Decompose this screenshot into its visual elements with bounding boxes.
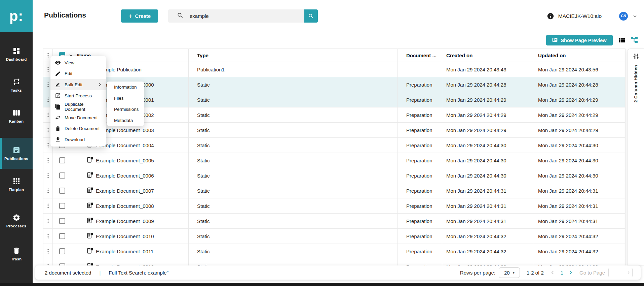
table-row[interactable]: Example PublicationPublication1Mon Jan 2… — [43, 62, 625, 77]
rows-per-page-select[interactable]: 20 ▾ — [499, 267, 520, 278]
table-row[interactable]: Example Document_0005StaticPreparationMo… — [43, 153, 625, 168]
row-created: Mon Jan 29 2024 20:44:31 — [442, 214, 534, 228]
row-status: Preparation — [398, 153, 442, 168]
row-kebab-icon[interactable] — [43, 259, 53, 265]
table-row[interactable]: Example Document_0012StaticPreparationMo… — [43, 259, 625, 265]
document-icon — [86, 247, 93, 255]
document-icon — [86, 171, 93, 180]
row-checkbox[interactable] — [59, 218, 65, 224]
row-kebab-icon[interactable] — [43, 153, 53, 168]
tune-icon[interactable] — [633, 53, 639, 60]
goto-page-arrow-icon[interactable] — [626, 270, 631, 275]
row-kebab-icon[interactable] — [43, 198, 53, 213]
next-page-chevron-icon[interactable] — [567, 269, 574, 276]
row-kebab-icon[interactable] — [43, 214, 53, 228]
submenu-item-permissions[interactable]: Permissions — [107, 104, 144, 115]
search-submit-button[interactable] — [304, 9, 318, 23]
table-row[interactable]: Example Document_0011StaticPreparationMo… — [43, 244, 625, 259]
menu-item-download[interactable]: Download — [50, 134, 106, 145]
menu-item-duplicate-document[interactable]: Duplicate Document — [50, 101, 106, 112]
sidebar-item-label: Tasks — [11, 88, 22, 92]
row-created: Mon Jan 29 2024 20:44:30 — [442, 138, 534, 153]
documents-table: Name Type Document ... Created on Update… — [43, 49, 626, 265]
table-row[interactable]: Example Document_0006StaticPreparationMo… — [43, 168, 625, 183]
prev-page-chevron-icon[interactable] — [549, 269, 556, 276]
search-input[interactable] — [190, 13, 291, 19]
row-status: Preparation — [398, 168, 442, 183]
row-updated: Mon Jan 29 2024 20:44:29 — [534, 107, 626, 122]
sidebar-item-dashboard[interactable]: Dashboard — [0, 38, 33, 69]
row-kebab-icon — [45, 66, 51, 72]
row-checkbox[interactable] — [59, 203, 65, 209]
row-checkbox[interactable] — [59, 188, 65, 194]
row-created: Mon Jan 29 2024 20:44:30 — [442, 168, 534, 183]
row-status: Preparation — [398, 259, 442, 265]
row-updated: Mon Jan 29 2024 20:44:31 — [534, 198, 626, 213]
menu-item-start-process[interactable]: Start Process — [50, 90, 106, 101]
menu-item-edit[interactable]: Edit — [50, 68, 106, 80]
current-page-number[interactable]: 1 — [561, 270, 563, 276]
row-name: Example Document_0005 — [96, 158, 154, 163]
tree-view-icon[interactable] — [630, 36, 638, 44]
row-status: Preparation — [398, 138, 442, 153]
edit-icon — [55, 71, 61, 77]
menu-item-view[interactable]: View — [50, 57, 106, 68]
row-name-cell: Example Document_0005 — [74, 153, 189, 168]
goto-page-field — [608, 268, 633, 277]
footer-bar: 2 document selected | Full Text Search: … — [35, 265, 641, 280]
table-row[interactable]: Example Document_0010StaticPreparationMo… — [43, 229, 625, 244]
sidebar-item-flatplan[interactable]: Flatplan — [0, 169, 33, 200]
submenu-item-information[interactable]: Information — [107, 82, 144, 93]
create-button[interactable]: + Create — [121, 9, 158, 23]
sidebar-item-publications[interactable]: Publications — [0, 138, 33, 169]
list-view-icon[interactable] — [618, 36, 626, 44]
row-select-cell — [53, 244, 74, 259]
row-checkbox[interactable] — [59, 248, 65, 254]
bottom-strip — [0, 283, 644, 286]
preview-button-label: Show Page Preview — [561, 38, 606, 43]
table-row[interactable]: Example Document_0008StaticPreparationMo… — [43, 198, 625, 214]
avatar[interactable]: GN — [619, 12, 628, 21]
row-select-cell — [53, 229, 74, 244]
row-checkbox[interactable] — [59, 157, 65, 163]
info-icon[interactable] — [547, 12, 554, 20]
search-icon — [177, 12, 184, 19]
sidebar: p: DashboardTasksKanbanPublicationsFlatp… — [0, 0, 33, 286]
row-kebab-icon[interactable] — [43, 183, 53, 198]
row-kebab-icon[interactable] — [43, 168, 53, 183]
row-type: Static — [189, 92, 398, 107]
submenu-item-files[interactable]: Files — [107, 93, 144, 104]
menu-item-delete-document[interactable]: Delete Document — [50, 123, 106, 134]
row-kebab-icon[interactable] — [43, 244, 53, 259]
menu-item-move-document[interactable]: Move Document — [50, 112, 106, 123]
sidebar-item-kanban[interactable]: Kanban — [0, 100, 33, 131]
sidebar-item-trash[interactable]: Trash — [0, 238, 33, 269]
list-view-icon — [618, 36, 626, 44]
row-select-cell — [53, 168, 74, 183]
sidebar-item-processes[interactable]: Processes — [0, 205, 33, 236]
table-row[interactable]: Example Document_0004StaticPreparationMo… — [43, 138, 625, 153]
table-row[interactable]: Example Document_0007StaticPreparationMo… — [43, 183, 625, 198]
menu-item-bulk-edit[interactable]: Bulk Edit — [50, 79, 106, 90]
row-checkbox[interactable] — [59, 233, 65, 239]
document-icon — [86, 156, 93, 163]
sidebar-nav: DashboardTasksKanbanPublicationsFlatplan… — [0, 38, 33, 269]
row-name-cell: Example Document_0007 — [74, 183, 189, 198]
submenu-item-metadata[interactable]: Metadata — [107, 115, 144, 126]
sidebar-item-tasks[interactable]: Tasks — [0, 69, 33, 100]
menu-item-label: Move Document — [65, 115, 98, 120]
row-created: Mon Jan 29 2024 20:43:43 — [442, 62, 534, 77]
row-kebab-icon[interactable] — [43, 229, 53, 244]
context-menu: ViewEditBulk EditStart ProcessDuplicate … — [50, 56, 106, 147]
document-icon — [86, 156, 93, 164]
row-select-cell — [53, 259, 74, 265]
menu-item-label: Delete Document — [65, 126, 100, 131]
document-icon — [86, 187, 93, 194]
row-checkbox[interactable] — [59, 172, 65, 179]
duplicate-icon — [55, 104, 61, 110]
row-kebab-icon — [45, 203, 51, 209]
row-status — [398, 62, 442, 77]
show-page-preview-button[interactable]: Show Page Preview — [546, 35, 613, 45]
user-chevron-down-icon[interactable] — [632, 13, 638, 19]
table-row[interactable]: Example Document_0009StaticPreparationMo… — [43, 214, 625, 229]
